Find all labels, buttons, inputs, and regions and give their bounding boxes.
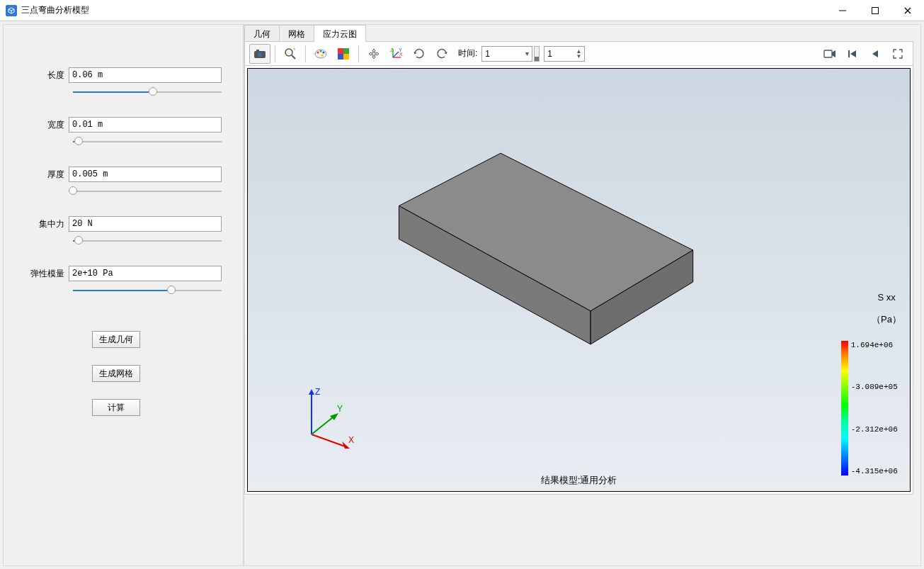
force-label: 集中力 (11, 218, 69, 230)
svg-rect-6 (256, 50, 259, 52)
width-slider[interactable] (73, 137, 222, 147)
svg-point-12 (323, 51, 325, 53)
young-label: 弹性模量 (11, 268, 69, 280)
minimize-button[interactable] (826, 0, 859, 21)
svg-line-22 (393, 52, 399, 57)
svg-rect-17 (343, 54, 349, 60)
force-slider[interactable] (73, 236, 222, 246)
compute-button[interactable]: 计算 (92, 399, 140, 416)
chevron-down-icon: ▾ (525, 50, 529, 57)
time-label: 时间: (458, 47, 477, 60)
color-legend: S xx （Pa） 1.694e+06 -3.089e+05 -2.312e+0… (841, 281, 901, 475)
step-back-icon[interactable] (865, 44, 886, 64)
thick-label: 厚度 (11, 169, 69, 181)
tab-stress[interactable]: 应力云图 (314, 25, 366, 42)
length-label: 长度 (11, 69, 69, 81)
svg-rect-1 (872, 7, 879, 13)
thick-input[interactable] (69, 167, 222, 182)
color-cube-icon[interactable] (333, 44, 354, 64)
tab-mesh[interactable]: 网格 (279, 25, 314, 42)
maximize-button[interactable] (859, 0, 891, 21)
time-combo[interactable]: 1 ▾ (481, 46, 532, 62)
parameter-panel: 长度 宽度 厚度 集中力 (3, 24, 244, 566)
tab-geometry[interactable]: 几何 (244, 25, 280, 42)
svg-point-5 (258, 52, 262, 57)
force-input[interactable] (69, 216, 222, 232)
thick-slider[interactable] (73, 186, 222, 196)
svg-point-7 (285, 49, 292, 56)
viewport-3d[interactable]: Z X Y S xx （Pa） (247, 68, 911, 492)
step-first-icon[interactable] (842, 44, 863, 64)
length-input[interactable] (69, 67, 222, 83)
svg-text:Y: Y (337, 404, 343, 414)
viewport-toolbar: ZXY 时间: 1 ▾ 1 ▲▼ (245, 42, 913, 66)
young-slider[interactable] (73, 286, 222, 295)
legend-tick: -3.089e+05 (851, 383, 898, 391)
zoom-icon[interactable] (280, 44, 301, 64)
frame-mini-slider[interactable] (534, 46, 540, 62)
svg-rect-14 (338, 48, 343, 54)
legend-title-2: （Pa） (872, 314, 901, 325)
time-combo-value: 1 (485, 49, 490, 59)
legend-colorbar (841, 341, 848, 475)
generate-geometry-button[interactable]: 生成几何 (92, 331, 140, 348)
svg-rect-25 (848, 50, 850, 57)
svg-text:Z: Z (315, 387, 320, 397)
rotate-cw-icon[interactable] (431, 44, 452, 64)
axes-icon[interactable]: ZXY (386, 44, 407, 64)
svg-rect-16 (338, 54, 343, 60)
window-title: 三点弯曲分析模型 (21, 4, 89, 16)
frame-spin[interactable]: 1 ▲▼ (544, 46, 585, 62)
svg-text:Y: Y (399, 47, 402, 52)
svg-point-11 (320, 50, 322, 52)
video-icon[interactable] (819, 44, 840, 64)
titlebar: 三点弯曲分析模型 (0, 0, 924, 21)
young-input[interactable] (69, 266, 222, 281)
spin-buttons-icon: ▲▼ (576, 49, 581, 59)
svg-rect-15 (343, 48, 349, 54)
svg-text:X: X (348, 435, 354, 445)
svg-marker-30 (309, 389, 314, 395)
generate-mesh-button[interactable]: 生成网格 (92, 365, 140, 382)
legend-title-1: S xx (877, 292, 895, 303)
svg-text:X: X (399, 52, 403, 57)
app-icon (6, 5, 17, 16)
svg-text:Z: Z (390, 47, 394, 52)
svg-point-10 (317, 51, 319, 53)
camera-icon[interactable] (249, 44, 270, 64)
close-button[interactable] (891, 0, 924, 21)
svg-line-8 (292, 55, 295, 59)
palette-icon[interactable] (310, 44, 331, 64)
legend-tick: -2.312e+06 (851, 425, 898, 434)
view-tabs: 几何 网格 应力云图 (244, 25, 365, 42)
width-input[interactable] (69, 117, 222, 133)
legend-tick: 1.694e+06 (851, 341, 898, 349)
frame-spin-value: 1 (547, 49, 552, 59)
result-caption: 结果模型:通用分析 (248, 474, 910, 487)
length-slider[interactable] (73, 87, 222, 97)
rotate-ccw-icon[interactable] (409, 44, 430, 64)
svg-line-32 (312, 434, 347, 447)
width-label: 宽度 (11, 119, 69, 131)
svg-rect-24 (824, 50, 832, 57)
orientation-triad: Z X Y (297, 385, 375, 449)
pan-icon[interactable] (363, 44, 384, 64)
expand-icon[interactable] (887, 44, 908, 64)
svg-point-13 (321, 54, 324, 56)
viewport-panel: 几何 网格 应力云图 (244, 24, 921, 566)
